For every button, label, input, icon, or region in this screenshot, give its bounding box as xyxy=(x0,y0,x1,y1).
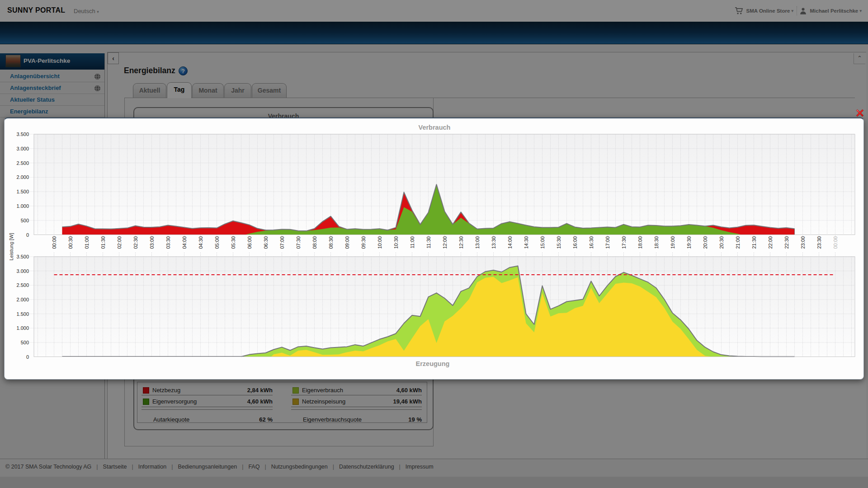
svg-text:0: 0 xyxy=(26,232,29,238)
svg-text:1.500: 1.500 xyxy=(16,311,29,317)
svg-text:Leistung [W]: Leistung [W] xyxy=(9,233,14,260)
svg-text:06:30: 06:30 xyxy=(263,236,269,249)
svg-text:03:30: 03:30 xyxy=(165,236,171,249)
svg-text:0: 0 xyxy=(26,354,29,360)
svg-text:16:30: 16:30 xyxy=(589,236,594,249)
svg-text:18:00: 18:00 xyxy=(637,236,643,249)
svg-text:20:00: 20:00 xyxy=(703,236,708,249)
svg-text:02:30: 02:30 xyxy=(133,236,138,249)
svg-text:21:30: 21:30 xyxy=(751,236,757,249)
svg-text:09:00: 09:00 xyxy=(344,236,350,249)
svg-text:12:00: 12:00 xyxy=(442,236,448,249)
svg-text:04:30: 04:30 xyxy=(198,236,203,249)
svg-text:21:00: 21:00 xyxy=(735,236,741,249)
svg-text:3.000: 3.000 xyxy=(16,146,29,151)
svg-text:05:30: 05:30 xyxy=(231,236,236,249)
svg-text:1.500: 1.500 xyxy=(16,189,29,194)
svg-text:00:00: 00:00 xyxy=(52,236,57,249)
svg-text:500: 500 xyxy=(21,340,29,345)
svg-text:13:30: 13:30 xyxy=(491,236,496,249)
svg-text:17:30: 17:30 xyxy=(621,236,627,249)
svg-text:00:00: 00:00 xyxy=(833,236,838,249)
svg-text:13:00: 13:00 xyxy=(475,236,480,249)
svg-text:00:30: 00:30 xyxy=(68,236,73,249)
svg-text:Verbrauch: Verbrauch xyxy=(419,124,451,131)
svg-text:05:00: 05:00 xyxy=(214,236,220,249)
svg-text:12:30: 12:30 xyxy=(458,236,464,249)
svg-text:04:00: 04:00 xyxy=(182,236,187,249)
svg-text:1.000: 1.000 xyxy=(16,325,29,331)
svg-text:08:00: 08:00 xyxy=(312,236,317,249)
svg-text:20:30: 20:30 xyxy=(719,236,724,249)
svg-text:07:30: 07:30 xyxy=(296,236,301,249)
svg-text:18:30: 18:30 xyxy=(654,236,659,249)
svg-text:11:30: 11:30 xyxy=(426,236,431,249)
svg-text:Erzeugung: Erzeugung xyxy=(416,360,450,367)
svg-text:01:00: 01:00 xyxy=(84,236,90,249)
svg-text:23:30: 23:30 xyxy=(816,236,822,249)
svg-text:23:00: 23:00 xyxy=(800,236,806,249)
svg-text:09:30: 09:30 xyxy=(361,236,366,249)
svg-text:16:00: 16:00 xyxy=(572,236,578,249)
svg-text:22:30: 22:30 xyxy=(784,236,789,249)
svg-text:500: 500 xyxy=(21,218,29,223)
svg-text:02:00: 02:00 xyxy=(117,236,122,249)
svg-text:03:00: 03:00 xyxy=(149,236,155,249)
svg-text:19:00: 19:00 xyxy=(670,236,675,249)
svg-text:3.500: 3.500 xyxy=(16,131,29,137)
svg-text:15:00: 15:00 xyxy=(540,236,545,249)
svg-text:07:00: 07:00 xyxy=(279,236,285,249)
svg-text:19:30: 19:30 xyxy=(686,236,692,249)
svg-text:2.500: 2.500 xyxy=(16,282,29,288)
svg-text:3.000: 3.000 xyxy=(16,268,29,274)
svg-text:1.000: 1.000 xyxy=(16,203,29,209)
svg-text:2.500: 2.500 xyxy=(16,160,29,166)
svg-text:11:00: 11:00 xyxy=(410,236,415,249)
svg-text:22:00: 22:00 xyxy=(768,236,773,249)
svg-text:17:00: 17:00 xyxy=(605,236,610,249)
svg-text:10:30: 10:30 xyxy=(393,236,399,249)
svg-text:14:30: 14:30 xyxy=(524,236,529,249)
svg-text:15:30: 15:30 xyxy=(556,236,561,249)
svg-text:2.000: 2.000 xyxy=(16,174,29,180)
svg-text:10:00: 10:00 xyxy=(377,236,382,249)
svg-text:01:30: 01:30 xyxy=(100,236,106,249)
svg-text:06:00: 06:00 xyxy=(247,236,252,249)
svg-text:3.500: 3.500 xyxy=(16,254,29,259)
svg-text:2.000: 2.000 xyxy=(16,297,29,302)
svg-text:08:30: 08:30 xyxy=(328,236,334,249)
svg-text:14:00: 14:00 xyxy=(507,236,513,249)
